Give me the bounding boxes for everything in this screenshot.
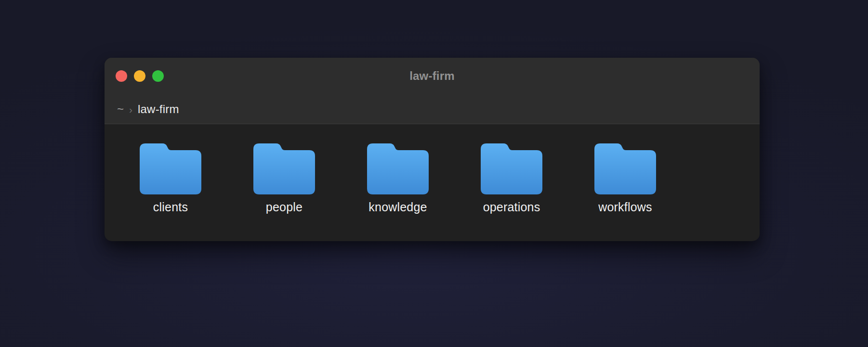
folder-icon — [594, 143, 656, 194]
breadcrumb-current-folder[interactable]: law-firm — [138, 103, 179, 116]
chevron-right-icon: › — [129, 103, 132, 116]
folder-label: workflows — [598, 200, 652, 214]
folder-item-people[interactable]: people — [253, 143, 315, 214]
folder-item-clients[interactable]: clients — [140, 143, 201, 214]
folder-icon — [367, 143, 429, 194]
traffic-lights — [116, 58, 164, 94]
folder-label: operations — [483, 200, 540, 214]
breadcrumb-home[interactable]: ~ — [117, 103, 124, 116]
file-browser-content: clients people knowledge operations work… — [105, 124, 760, 241]
folder-label: knowledge — [368, 200, 427, 214]
folder-item-knowledge[interactable]: knowledge — [367, 143, 429, 214]
minimize-button[interactable] — [134, 70, 145, 82]
titlebar[interactable]: law-firm — [105, 58, 760, 94]
window-title: law-firm — [105, 69, 760, 83]
finder-window: law-firm ~ › law-firm clients people kno… — [105, 58, 760, 241]
folder-icon — [253, 143, 315, 194]
folder-item-operations[interactable]: operations — [481, 143, 542, 214]
folder-item-workflows[interactable]: workflows — [594, 143, 656, 214]
folder-label: clients — [153, 200, 188, 214]
folder-icon — [140, 143, 201, 194]
folder-grid: clients people knowledge operations work… — [105, 124, 760, 214]
path-bar: ~ › law-firm — [105, 94, 760, 124]
window-header: law-firm ~ › law-firm — [105, 58, 760, 124]
folder-label: people — [266, 200, 302, 214]
desktop-background: law-firm ~ › law-firm clients people kno… — [0, 0, 868, 347]
zoom-button[interactable] — [152, 70, 164, 82]
close-button[interactable] — [116, 70, 127, 82]
folder-icon — [481, 143, 542, 194]
